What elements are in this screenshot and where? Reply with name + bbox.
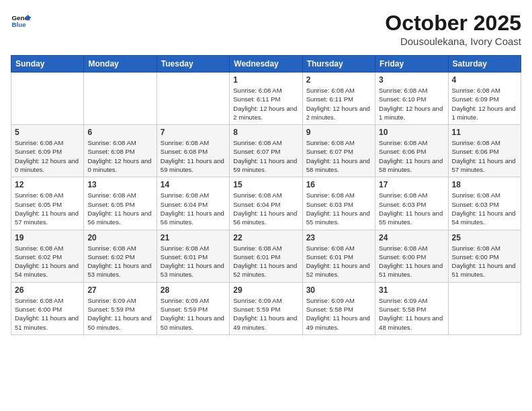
day-info: Sunrise: 6:08 AMSunset: 6:02 PMDaylight:… [15,244,80,279]
calendar-cell: 6Sunrise: 6:08 AMSunset: 6:08 PMDaylight… [84,125,157,177]
day-info: Sunrise: 6:09 AMSunset: 5:59 PMDaylight:… [87,296,152,332]
day-info: Sunrise: 6:08 AMSunset: 6:11 PMDaylight:… [233,86,298,122]
day-number: 3 [379,75,444,85]
day-number: 29 [233,285,298,295]
calendar-cell [448,282,521,334]
calendar-cell: 10Sunrise: 6:08 AMSunset: 6:06 PMDayligh… [375,125,448,177]
calendar-cell: 31Sunrise: 6:09 AMSunset: 5:58 PMDayligh… [375,282,448,334]
day-info: Sunrise: 6:08 AMSunset: 6:10 PMDaylight:… [379,86,444,122]
calendar-cell: 5Sunrise: 6:08 AMSunset: 6:09 PMDaylight… [11,125,84,177]
month-title: October 2025 [385,11,521,36]
calendar-cell: 24Sunrise: 6:08 AMSunset: 6:00 PMDayligh… [375,230,448,282]
calendar-cell [157,73,229,125]
day-info: Sunrise: 6:08 AMSunset: 6:11 PMDaylight:… [306,86,371,122]
calendar-cell: 28Sunrise: 6:09 AMSunset: 5:59 PMDayligh… [157,282,229,334]
day-number: 5 [15,128,80,137]
day-number: 1 [233,75,298,85]
calendar-day-header: Sunday [11,56,84,73]
day-number: 12 [15,180,80,189]
calendar-week-row: 12Sunrise: 6:08 AMSunset: 6:05 PMDayligh… [11,177,521,230]
calendar-week-row: 19Sunrise: 6:08 AMSunset: 6:02 PMDayligh… [11,230,521,282]
day-number: 30 [306,285,371,295]
day-info: Sunrise: 6:08 AMSunset: 6:06 PMDaylight:… [379,138,444,174]
calendar-cell: 16Sunrise: 6:08 AMSunset: 6:03 PMDayligh… [302,177,375,230]
day-info: Sunrise: 6:08 AMSunset: 6:06 PMDaylight:… [452,138,517,174]
calendar-cell: 2Sunrise: 6:08 AMSunset: 6:11 PMDaylight… [302,73,375,125]
day-number: 8 [233,128,298,137]
calendar-cell: 17Sunrise: 6:08 AMSunset: 6:03 PMDayligh… [375,177,448,230]
day-info: Sunrise: 6:08 AMSunset: 6:00 PMDaylight:… [452,244,517,279]
calendar-header-row: SundayMondayTuesdayWednesdayThursdayFrid… [11,56,521,73]
day-info: Sunrise: 6:08 AMSunset: 6:03 PMDaylight:… [306,191,371,226]
calendar-cell: 21Sunrise: 6:08 AMSunset: 6:01 PMDayligh… [157,230,229,282]
day-info: Sunrise: 6:08 AMSunset: 6:02 PMDaylight:… [87,244,152,279]
calendar-day-header: Monday [84,56,157,73]
day-info: Sunrise: 6:08 AMSunset: 6:01 PMDaylight:… [161,244,226,279]
day-number: 19 [15,233,80,242]
logo-icon: General Blue [11,11,31,31]
calendar-cell: 18Sunrise: 6:08 AMSunset: 6:03 PMDayligh… [448,177,521,230]
day-number: 28 [161,285,226,295]
day-number: 24 [379,233,444,242]
day-number: 22 [233,233,298,242]
calendar-cell: 25Sunrise: 6:08 AMSunset: 6:00 PMDayligh… [448,230,521,282]
calendar-cell: 15Sunrise: 6:08 AMSunset: 6:04 PMDayligh… [230,177,302,230]
day-info: Sunrise: 6:08 AMSunset: 6:00 PMDaylight:… [379,244,444,279]
day-number: 15 [233,180,298,189]
day-info: Sunrise: 6:08 AMSunset: 6:05 PMDaylight:… [87,191,152,226]
calendar-cell: 20Sunrise: 6:08 AMSunset: 6:02 PMDayligh… [84,230,157,282]
day-number: 13 [87,180,152,189]
calendar-day-header: Wednesday [230,56,302,73]
calendar-cell: 4Sunrise: 6:08 AMSunset: 6:09 PMDaylight… [448,73,521,125]
day-number: 7 [161,128,226,137]
calendar-cell: 26Sunrise: 6:08 AMSunset: 6:00 PMDayligh… [11,282,84,334]
calendar-cell: 8Sunrise: 6:08 AMSunset: 6:07 PMDaylight… [230,125,302,177]
day-info: Sunrise: 6:08 AMSunset: 6:07 PMDaylight:… [233,138,298,174]
svg-text:Blue: Blue [12,21,27,28]
day-number: 6 [87,128,152,137]
day-number: 18 [452,180,517,189]
page-header: General Blue October 2025 Dousoulekana, … [11,11,521,47]
calendar-cell [11,73,84,125]
day-info: Sunrise: 6:08 AMSunset: 6:07 PMDaylight:… [306,138,371,174]
day-info: Sunrise: 6:09 AMSunset: 5:59 PMDaylight:… [161,296,226,332]
calendar-cell: 12Sunrise: 6:08 AMSunset: 6:05 PMDayligh… [11,177,84,230]
calendar-week-row: 1Sunrise: 6:08 AMSunset: 6:11 PMDaylight… [11,73,521,125]
title-block: October 2025 Dousoulekana, Ivory Coast [385,11,521,47]
calendar-day-header: Saturday [448,56,521,73]
day-number: 25 [452,233,517,242]
day-info: Sunrise: 6:09 AMSunset: 5:59 PMDaylight:… [233,296,298,332]
calendar-cell: 11Sunrise: 6:08 AMSunset: 6:06 PMDayligh… [448,125,521,177]
day-number: 27 [87,285,152,295]
day-info: Sunrise: 6:09 AMSunset: 5:58 PMDaylight:… [306,296,371,332]
calendar-cell: 30Sunrise: 6:09 AMSunset: 5:58 PMDayligh… [302,282,375,334]
day-number: 21 [161,233,226,242]
location: Dousoulekana, Ivory Coast [385,36,521,47]
calendar-table: SundayMondayTuesdayWednesdayThursdayFrid… [11,55,521,335]
calendar-cell [84,73,157,125]
day-info: Sunrise: 6:08 AMSunset: 6:08 PMDaylight:… [161,138,226,174]
day-number: 31 [379,285,444,295]
day-number: 20 [87,233,152,242]
calendar-cell: 1Sunrise: 6:08 AMSunset: 6:11 PMDaylight… [230,73,302,125]
calendar-cell: 22Sunrise: 6:08 AMSunset: 6:01 PMDayligh… [230,230,302,282]
day-info: Sunrise: 6:08 AMSunset: 6:04 PMDaylight:… [233,191,298,226]
day-number: 16 [306,180,371,189]
calendar-cell: 7Sunrise: 6:08 AMSunset: 6:08 PMDaylight… [157,125,229,177]
day-number: 17 [379,180,444,189]
calendar-cell: 9Sunrise: 6:08 AMSunset: 6:07 PMDaylight… [302,125,375,177]
day-info: Sunrise: 6:08 AMSunset: 6:05 PMDaylight:… [15,191,80,226]
day-number: 9 [306,128,371,137]
calendar-day-header: Thursday [302,56,375,73]
calendar-day-header: Friday [375,56,448,73]
day-number: 23 [306,233,371,242]
calendar-cell: 23Sunrise: 6:08 AMSunset: 6:01 PMDayligh… [302,230,375,282]
calendar-cell: 29Sunrise: 6:09 AMSunset: 5:59 PMDayligh… [230,282,302,334]
calendar-cell: 27Sunrise: 6:09 AMSunset: 5:59 PMDayligh… [84,282,157,334]
day-info: Sunrise: 6:08 AMSunset: 6:03 PMDaylight:… [452,191,517,226]
day-info: Sunrise: 6:09 AMSunset: 5:58 PMDaylight:… [379,296,444,332]
day-number: 10 [379,128,444,137]
day-info: Sunrise: 6:08 AMSunset: 6:00 PMDaylight:… [15,296,80,332]
day-info: Sunrise: 6:08 AMSunset: 6:09 PMDaylight:… [15,138,80,174]
day-info: Sunrise: 6:08 AMSunset: 6:03 PMDaylight:… [379,191,444,226]
